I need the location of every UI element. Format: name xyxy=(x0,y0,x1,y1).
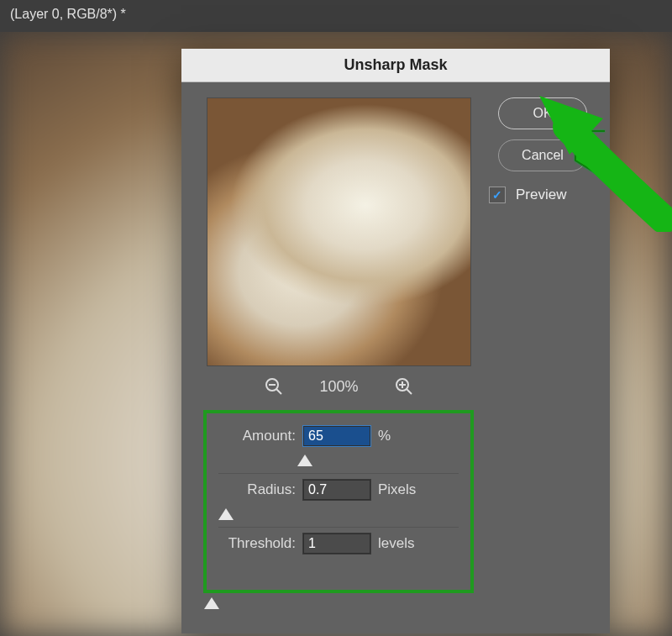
document-tab[interactable]: (Layer 0, RGB/8*) * xyxy=(0,0,672,32)
radius-label: Radius: xyxy=(218,481,296,498)
dialog-body: OK Cancel ✓ Preview 100% xyxy=(181,82,610,633)
unsharp-mask-dialog: Unsharp Mask OK Cancel ✓ Preview 100% xyxy=(181,49,610,633)
checkmark-icon: ✓ xyxy=(492,188,502,202)
zoom-controls: 100% xyxy=(207,376,471,397)
settings-highlight-box: Amount: % Radius: Pixels Threshold: leve… xyxy=(203,410,474,593)
amount-unit: % xyxy=(378,428,391,444)
threshold-label: Threshold: xyxy=(218,535,296,552)
amount-input[interactable] xyxy=(302,425,371,447)
amount-label: Amount: xyxy=(218,428,296,444)
zoom-out-icon[interactable] xyxy=(264,376,284,397)
dialog-title: Unsharp Mask xyxy=(181,49,610,82)
cancel-button[interactable]: Cancel xyxy=(498,139,587,171)
radius-slider-handle[interactable] xyxy=(218,508,234,520)
zoom-in-icon[interactable] xyxy=(394,376,414,397)
radius-slider[interactable] xyxy=(218,507,459,528)
threshold-input[interactable] xyxy=(302,533,371,555)
amount-slider[interactable] xyxy=(218,454,459,474)
svg-line-4 xyxy=(407,389,412,394)
filter-preview-image[interactable] xyxy=(207,97,471,366)
amount-slider-handle[interactable] xyxy=(297,455,312,466)
threshold-row: Threshold: levels xyxy=(218,533,459,555)
svg-line-1 xyxy=(276,389,281,394)
threshold-slider[interactable] xyxy=(203,597,474,615)
preview-checkbox-row: ✓ Preview xyxy=(489,187,601,203)
threshold-slider-handle[interactable] xyxy=(204,597,219,609)
radius-row: Radius: Pixels xyxy=(218,479,459,501)
threshold-unit: levels xyxy=(378,535,414,552)
radius-input[interactable] xyxy=(302,479,371,501)
dialog-right-panel: OK Cancel ✓ Preview xyxy=(484,97,601,203)
zoom-level: 100% xyxy=(319,378,358,396)
amount-row: Amount: % xyxy=(218,425,459,447)
preview-checkbox[interactable]: ✓ xyxy=(489,187,506,203)
ok-button[interactable]: OK xyxy=(498,97,587,129)
preview-checkbox-label: Preview xyxy=(516,187,566,203)
radius-unit: Pixels xyxy=(378,481,416,498)
document-tab-label: (Layer 0, RGB/8*) * xyxy=(10,7,126,21)
